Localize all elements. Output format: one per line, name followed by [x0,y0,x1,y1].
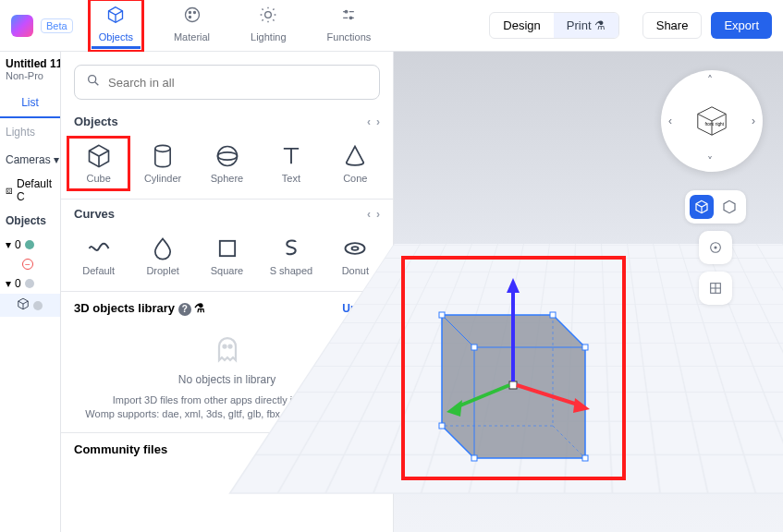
material-swatch [25,240,34,249]
object-label: Text [282,173,300,184]
grid-button[interactable] [699,272,732,305]
doc-title: Untitled 1155 [0,52,60,70]
svg-point-0 [185,8,199,22]
cameras-section[interactable]: Cameras ▾ [0,146,60,174]
material-swatch [33,301,43,310]
flask-icon: ⚗ [594,18,606,32]
svg-text:front: front [704,122,714,127]
wire-view-button[interactable] [717,195,741,219]
tab-lighting[interactable]: Lighting [243,2,294,46]
highlight-frame [405,260,622,477]
svg-point-3 [189,17,190,18]
tab-material[interactable]: Material [166,2,217,46]
left-column: Untitled 1155 Non-Pro List Lights Camera… [0,52,61,532]
curve-label: Donut [342,265,369,276]
curve-droplet[interactable]: Droplet [134,232,190,280]
object-cylinder[interactable]: Cylinder [134,139,190,187]
material-swatch [25,279,34,288]
shading-toggle [685,190,746,224]
caret-icon: ▾ [54,153,59,166]
tree-subtract[interactable]: − [0,255,60,273]
svg-point-14 [223,345,226,347]
tab-objects[interactable]: Objects [92,2,141,49]
default-camera-item[interactable]: ⧇Default C [0,174,60,207]
next-icon[interactable]: › [376,115,380,128]
caret-icon: ▾ [6,277,11,290]
prev-icon[interactable]: ‹ [367,208,371,221]
object-cone[interactable]: Cone [327,139,384,187]
view-tools [685,190,746,305]
cube-icon [86,143,112,169]
mode-design[interactable]: Design [490,13,553,38]
doc-plan: Non-Pro [0,70,60,89]
view-left-icon[interactable]: ‹ [668,115,672,127]
focus-button[interactable] [699,231,732,264]
prev-icon[interactable]: ‹ [367,115,371,128]
object-sphere[interactable]: Sphere [199,139,255,187]
tab-label: Objects [99,31,133,42]
app-logo [11,15,33,37]
s-icon [278,236,304,261]
view-up-icon[interactable]: ˄ [707,74,713,87]
tab-label: Functions [327,31,372,42]
tree-item-1[interactable]: ▾0 [0,273,60,294]
objects-section[interactable]: Objects [0,207,60,235]
community-heading: Community files [74,442,167,456]
svg-point-13 [352,247,359,250]
wave-icon [86,236,112,261]
lights-section[interactable]: Lights [0,118,60,146]
svg-rect-11 [219,241,234,256]
svg-point-9 [217,147,237,166]
objects-heading: Objects [74,115,118,128]
mode-print[interactable]: Print ⚗ [554,13,618,38]
object-text[interactable]: Text [263,139,319,187]
curve-label: S shaped [270,265,312,276]
view-right-icon[interactable]: › [752,115,755,127]
cone-icon [342,143,368,169]
export-button[interactable]: Export [711,12,772,39]
viewcube-icon: front right [694,103,729,139]
search-box[interactable] [74,65,380,100]
square-icon [214,236,240,261]
curve-square[interactable]: Square [199,232,255,280]
object-label: Cylinder [144,173,181,184]
caret-icon: ▾ [6,238,11,251]
search-input[interactable] [108,76,368,90]
selected-cube-region [405,260,622,477]
view-cube-widget[interactable]: front right ‹ › ˄ ˅ [661,70,763,172]
curve-default[interactable]: Default [70,232,127,280]
text-icon [278,143,304,169]
curve-label: Droplet [146,265,178,276]
next-icon[interactable]: › [376,208,380,221]
svg-text:right: right [716,122,725,127]
view-down-icon[interactable]: ˅ [707,155,713,168]
palette-icon [183,6,202,29]
svg-point-8 [155,145,170,151]
beta-badge: Beta [41,18,73,33]
cylinder-icon [150,143,176,169]
object-label: Cube [87,173,111,184]
list-tab[interactable]: List [0,89,60,118]
svg-point-21 [715,247,716,248]
tab-label: Material [174,31,210,42]
object-cube[interactable]: Cube [70,139,127,187]
mode-toggle: Design Print ⚗ [489,12,619,39]
main-body: Untitled 1155 Non-Pro List Lights Camera… [0,52,783,532]
header-tabs: Objects Material Lighting Functions [92,2,379,49]
object-label: Sphere [211,173,243,184]
sliders-icon [339,6,358,29]
tree-cube-selected[interactable] [0,294,60,317]
svg-point-10 [217,152,237,160]
solid-view-button[interactable] [690,195,714,219]
curve-s-shaped[interactable]: S shaped [263,232,319,280]
curves-heading: Curves [74,207,115,221]
help-icon[interactable]: ? [178,303,191,316]
curves-header: Curves ‹› [61,200,393,228]
curve-label: Square [211,265,243,276]
share-button[interactable]: Share [642,12,703,39]
flask-icon: ⚗ [194,301,205,315]
tab-functions[interactable]: Functions [320,2,379,46]
viewport[interactable]: front right ‹ › ˄ ˅ [394,52,783,532]
cube-icon [17,297,30,313]
tree-item-0[interactable]: ▾0 [0,235,60,255]
